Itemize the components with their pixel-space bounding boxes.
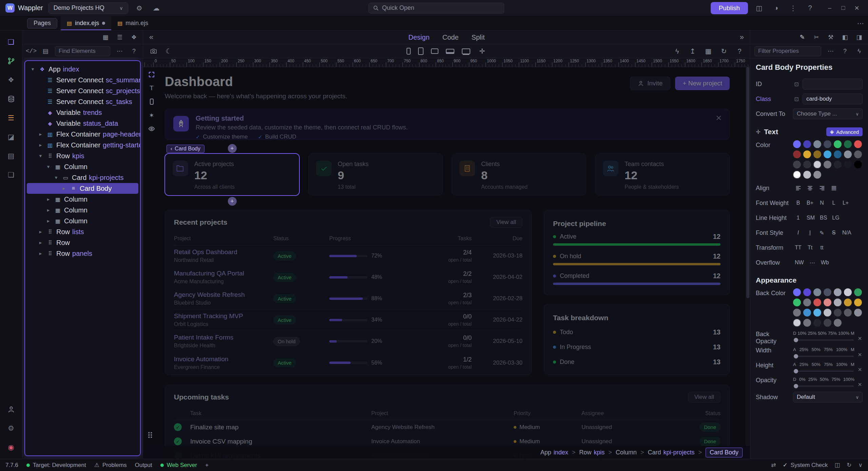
color-swatch[interactable]: [844, 161, 852, 168]
more-options-icon[interactable]: ⋮: [787, 2, 799, 14]
filter-properties-input[interactable]: [754, 46, 821, 56]
close-icon[interactable]: ✕: [716, 114, 722, 123]
tree-node-panels[interactable]: ▸⠿Rowpanels: [27, 248, 138, 259]
project-link[interactable]: Agency Website Refresh: [174, 291, 273, 299]
server-icon[interactable]: ☰: [5, 112, 17, 123]
color-swatch[interactable]: [824, 161, 831, 168]
color-swatch[interactable]: [834, 309, 842, 316]
invite-button[interactable]: Invite: [630, 77, 670, 90]
overflow-nw[interactable]: NW: [793, 258, 806, 267]
color-swatch[interactable]: [824, 319, 831, 327]
find-elements-input[interactable]: [55, 46, 110, 56]
table-row[interactable]: Retail Ops DashboardNorthwind RetailActi…: [174, 245, 522, 267]
help-icon[interactable]: ?: [735, 47, 744, 56]
minimize-button[interactable]: –: [824, 2, 835, 14]
grid-view-icon[interactable]: ▦: [101, 33, 110, 42]
task-link[interactable]: Finalize site map: [190, 424, 371, 431]
view-all-button[interactable]: View all: [688, 392, 721, 403]
pencil-icon[interactable]: ✎: [797, 33, 807, 42]
kpi-card[interactable]: Team contacts12People & stakeholders: [595, 153, 730, 196]
back-opacity-tick[interactable]: 25%: [808, 331, 816, 336]
task-link[interactable]: Invoice CSV mapping: [190, 438, 371, 445]
color-swatch[interactable]: [793, 140, 801, 148]
tree-node-sc-projects[interactable]: ☰Server Connectsc_projects: [27, 85, 138, 96]
width-tick[interactable]: A: [793, 347, 796, 352]
color-swatch[interactable]: [834, 150, 842, 158]
assets-icon[interactable]: ◪: [5, 131, 17, 142]
notifications-icon[interactable]: ◉: [5, 442, 17, 453]
tree-node-status-data[interactable]: ◆Variablestatus_data: [27, 118, 138, 129]
tab-main.ejs[interactable]: ▤main.ejs: [111, 16, 154, 30]
transform-tt[interactable]: TT: [793, 243, 803, 252]
wrench-icon[interactable]: ⚒: [826, 33, 835, 42]
back-opacity-tick[interactable]: D: [793, 331, 796, 336]
slider-thumb[interactable]: [794, 354, 798, 359]
color-swatch[interactable]: [834, 140, 842, 148]
project-link[interactable]: Invoice Automation: [174, 355, 273, 363]
tree-node-kpi-projects[interactable]: ▾▭Cardkpi-projects: [27, 172, 138, 183]
width-tick[interactable]: 50%: [812, 347, 821, 352]
table-row[interactable]: Invoice AutomationEvergreen FinanceActiv…: [174, 352, 522, 373]
color-swatch[interactable]: [854, 161, 862, 168]
lightning-icon[interactable]: ϟ: [854, 46, 864, 56]
scrollbar-thumb[interactable]: [746, 67, 749, 298]
font-weight-b[interactable]: B+: [805, 198, 815, 208]
height-tick[interactable]: 25%: [800, 362, 808, 367]
na-option[interactable]: N/A: [841, 228, 853, 238]
tree-node-sc-tasks[interactable]: ☰Server Connectsc_tasks: [27, 96, 138, 107]
color-swatch[interactable]: [803, 288, 811, 296]
more-icon[interactable]: ⋯: [115, 46, 124, 56]
caret-icon[interactable]: ▸: [37, 240, 44, 246]
tree-node-kpis[interactable]: ▾⠿Rowkpis: [27, 150, 138, 161]
resize-icon[interactable]: ✛: [478, 47, 487, 56]
color-swatch[interactable]: [813, 171, 821, 179]
pencil-icon[interactable]: ✎: [817, 228, 827, 238]
color-swatch[interactable]: [844, 309, 852, 316]
tab-index.ejs[interactable]: ▤index.ejs: [61, 16, 111, 30]
components-icon[interactable]: ❖: [5, 75, 17, 85]
quick-open[interactable]: [369, 3, 504, 14]
tree-view-icon[interactable]: ❖: [129, 33, 139, 42]
height-tick[interactable]: 50%: [812, 362, 821, 367]
layers-icon[interactable]: ▤: [5, 150, 17, 161]
project-link[interactable]: Patient Intake Forms: [174, 334, 273, 341]
target-indicator[interactable]: Target: Development: [26, 462, 86, 469]
caret-icon[interactable]: ▸: [37, 229, 44, 235]
line-height-sm[interactable]: SM: [805, 213, 816, 223]
breadcrumb-item[interactable]: Cardkpi-projects: [648, 449, 694, 456]
caret-icon[interactable]: ▸: [37, 142, 44, 148]
color-swatch[interactable]: [803, 150, 811, 158]
color-swatch[interactable]: [824, 140, 831, 148]
export-icon[interactable]: ↥: [688, 47, 697, 56]
caret-icon[interactable]: ▾: [37, 153, 44, 159]
dark-mode-icon[interactable]: ☾: [164, 47, 173, 56]
view-all-button[interactable]: View all: [490, 217, 522, 228]
web-server-indicator[interactable]: Web Server: [160, 462, 197, 469]
table-row[interactable]: Manufacturing QA PortalAcme Manufacturin…: [174, 267, 522, 288]
kpi-card[interactable]: Clients8Accounts managed: [452, 153, 586, 196]
slider-thumb[interactable]: [794, 369, 798, 373]
advanced-toggle[interactable]: ◈ Advanced: [826, 127, 863, 136]
font-weight-l[interactable]: L+: [841, 198, 851, 208]
gear-icon[interactable]: ⚙: [134, 2, 145, 14]
magic-wand-icon[interactable]: ✶: [147, 111, 156, 119]
color-swatch[interactable]: [803, 171, 811, 179]
project-link[interactable]: Shipment Tracking MVP: [174, 312, 273, 320]
project-link[interactable]: Retail Ops Dashboard: [174, 248, 273, 256]
width-tick[interactable]: 100%: [836, 347, 847, 352]
mode-code[interactable]: Code: [442, 34, 459, 41]
color-swatch[interactable]: [824, 150, 831, 158]
breadcrumb-item[interactable]: Column: [616, 449, 637, 456]
sync-icon[interactable]: ⇄: [771, 462, 776, 469]
color-swatch[interactable]: [854, 140, 862, 148]
tabbar-more-icon[interactable]: ⋯: [857, 19, 864, 27]
database-icon[interactable]: ▤: [41, 46, 50, 56]
components-grid-icon[interactable]: ▦: [704, 47, 713, 56]
line-height-lg[interactable]: LG: [830, 213, 841, 223]
dynamic-data-icon[interactable]: ⊡: [793, 96, 800, 102]
color-swatch[interactable]: [803, 299, 811, 306]
color-swatch[interactable]: [803, 161, 811, 168]
strikethrough-icon[interactable]: S: [829, 228, 839, 238]
clear-icon[interactable]: ✕: [857, 352, 863, 358]
table-row[interactable]: Patient Intake FormsBrightside HealthOn …: [174, 331, 522, 352]
